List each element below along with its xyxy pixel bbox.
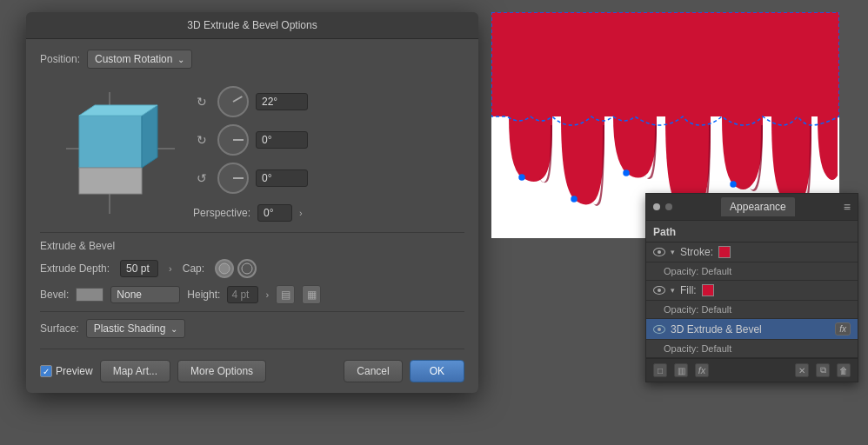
perspective-row: Perspective: 0° › bbox=[193, 204, 464, 222]
bevel-select[interactable]: None bbox=[110, 286, 180, 303]
more-options-button[interactable]: More Options bbox=[177, 360, 266, 382]
stroke-row: ▾ Stroke: bbox=[646, 242, 858, 262]
bevel-btn-1[interactable]: ▤ bbox=[276, 285, 295, 304]
svg-rect-9 bbox=[491, 12, 839, 116]
appearance-panel: Appearance ≡ Path ▾ Stroke: Opacity: Def… bbox=[645, 193, 858, 382]
z-rotation-dial[interactable] bbox=[217, 163, 249, 194]
z-rotation-row: ↺ 0° bbox=[193, 163, 464, 194]
effect-visibility-eye-icon[interactable] bbox=[653, 325, 665, 334]
svg-point-12 bbox=[624, 170, 629, 176]
height-input[interactable]: 4 pt bbox=[227, 286, 258, 303]
fill-color-swatch[interactable] bbox=[702, 284, 714, 296]
panel-close-button[interactable] bbox=[653, 203, 660, 210]
new-layer-icon[interactable]: □ bbox=[653, 363, 667, 377]
preview-label: Preview bbox=[56, 365, 93, 377]
height-label: Height: bbox=[187, 289, 220, 301]
svg-point-11 bbox=[571, 196, 577, 202]
extrude-bevel-section-label: Extrude & Bevel bbox=[40, 240, 464, 252]
y-rotation-row: ↻ 0° bbox=[193, 124, 464, 156]
position-label: Position: bbox=[40, 53, 80, 65]
y-rotation-icon: ↻ bbox=[193, 133, 210, 147]
y-rotation-input[interactable]: 0° bbox=[256, 131, 308, 149]
delete-icon[interactable]: ✕ bbox=[795, 363, 809, 377]
layer-icon[interactable]: ▥ bbox=[674, 363, 688, 377]
fx-icon[interactable]: fx bbox=[695, 363, 709, 377]
perspective-input[interactable]: 0° bbox=[257, 204, 292, 222]
cancel-button[interactable]: Cancel bbox=[344, 360, 402, 382]
panel-footer: □ ▥ fx ✕ ⧉ 🗑 bbox=[646, 358, 858, 382]
stroke-color-swatch[interactable] bbox=[718, 246, 731, 258]
svg-point-7 bbox=[242, 263, 252, 274]
panel-menu-icon[interactable]: ≡ bbox=[844, 200, 851, 214]
preview-checkbox[interactable]: ✓ bbox=[40, 365, 52, 377]
z-rotation-icon: ↺ bbox=[193, 171, 210, 185]
x-rotation-row: ↻ 22° bbox=[193, 86, 464, 117]
stroke-visibility-eye-icon[interactable] bbox=[653, 248, 665, 256]
svg-point-14 bbox=[731, 182, 736, 187]
bevel-preview bbox=[76, 288, 103, 302]
surface-label: Surface: bbox=[40, 322, 79, 335]
surface-value: Plastic Shading bbox=[94, 322, 166, 335]
copy-icon[interactable]: ⧉ bbox=[816, 363, 830, 377]
fill-chevron-icon[interactable]: ▾ bbox=[671, 286, 675, 295]
fill-label: Fill: bbox=[680, 284, 697, 296]
path-label: Path bbox=[646, 221, 858, 242]
main-controls: ↻ 22° ↻ 0° ↺ bbox=[40, 79, 464, 222]
separator-3 bbox=[40, 349, 464, 349]
x-rotation-dial[interactable] bbox=[217, 86, 249, 117]
bottom-buttons-row: ✓ Preview Map Art... More Options Cancel… bbox=[40, 356, 464, 382]
svg-point-6 bbox=[219, 263, 230, 274]
chevron-down-icon: ⌄ bbox=[177, 55, 184, 64]
stroke-opacity-row: Opacity: Default bbox=[646, 262, 858, 281]
bevel-btn-2[interactable]: ▦ bbox=[302, 285, 321, 304]
perspective-chevron-icon: › bbox=[299, 208, 303, 218]
y-rotation-dial[interactable] bbox=[217, 124, 249, 156]
stroke-chevron-icon[interactable]: ▾ bbox=[671, 248, 675, 256]
x-rotation-input[interactable]: 22° bbox=[256, 93, 308, 110]
fill-opacity-label: Opacity: Default bbox=[653, 304, 731, 315]
extrude-depth-row: Extrude Depth: 50 pt › Cap: bbox=[40, 259, 464, 278]
fx-badge: fx bbox=[835, 322, 851, 335]
surface-row: Surface: Plastic Shading ⌄ bbox=[40, 319, 464, 338]
cap-label: Cap: bbox=[183, 262, 204, 275]
stroke-opacity-label: Opacity: Default bbox=[653, 266, 731, 276]
cube-preview-svg bbox=[40, 79, 179, 218]
trash-icon[interactable]: 🗑 bbox=[837, 363, 851, 377]
cap-round-button[interactable] bbox=[215, 259, 234, 278]
3d-extrude-bevel-dialog: 3D Extrude & Bevel Options Position: Cus… bbox=[26, 12, 478, 393]
ok-button[interactable]: OK bbox=[410, 360, 464, 382]
fill-opacity-row: Opacity: Default bbox=[646, 301, 858, 319]
perspective-label: Perspective: bbox=[193, 207, 250, 219]
extrude-depth-value[interactable]: 50 pt bbox=[120, 260, 158, 277]
preview-checkbox-row[interactable]: ✓ Preview bbox=[40, 365, 93, 377]
effect-opacity-label: Opacity: Default bbox=[653, 343, 731, 354]
bevel-row: Bevel: None Height: 4 pt › ▤ ▦ bbox=[40, 285, 464, 304]
x-rotation-icon: ↻ bbox=[193, 95, 210, 109]
height-chevron-icon[interactable]: › bbox=[265, 289, 269, 300]
surface-chevron-icon: ⌄ bbox=[170, 324, 177, 334]
position-row: Position: Custom Rotation ⌄ bbox=[40, 50, 464, 69]
map-art-button[interactable]: Map Art... bbox=[100, 360, 170, 382]
extrude-bevel-effect-row: 3D Extrude & Bevel fx bbox=[646, 319, 858, 340]
fill-row: ▾ Fill: bbox=[646, 281, 858, 301]
panel-title-tab[interactable]: Appearance bbox=[721, 197, 795, 216]
position-value: Custom Rotation bbox=[95, 53, 172, 65]
svg-rect-3 bbox=[79, 168, 142, 194]
extrude-depth-label: Extrude Depth: bbox=[40, 262, 110, 275]
bevel-label: Bevel: bbox=[40, 289, 69, 301]
panel-header: Appearance ≡ bbox=[646, 194, 858, 221]
panel-window-controls bbox=[653, 203, 672, 210]
fill-visibility-eye-icon[interactable] bbox=[653, 286, 665, 295]
surface-dropdown[interactable]: Plastic Shading ⌄ bbox=[86, 319, 186, 338]
svg-rect-2 bbox=[79, 116, 142, 168]
dialog-title: 3D Extrude & Bevel Options bbox=[26, 12, 478, 39]
panel-collapse-button[interactable] bbox=[665, 203, 672, 210]
3d-preview-box bbox=[40, 79, 179, 218]
rotation-controls: ↻ 22° ↻ 0° ↺ bbox=[193, 79, 464, 222]
cap-flat-button[interactable] bbox=[237, 259, 257, 278]
effect-opacity-row: Opacity: Default bbox=[646, 340, 858, 358]
svg-point-10 bbox=[519, 175, 524, 180]
z-rotation-input[interactable]: 0° bbox=[256, 169, 308, 187]
extrude-depth-chevron-icon[interactable]: › bbox=[169, 263, 172, 274]
position-dropdown[interactable]: Custom Rotation ⌄ bbox=[87, 50, 192, 69]
